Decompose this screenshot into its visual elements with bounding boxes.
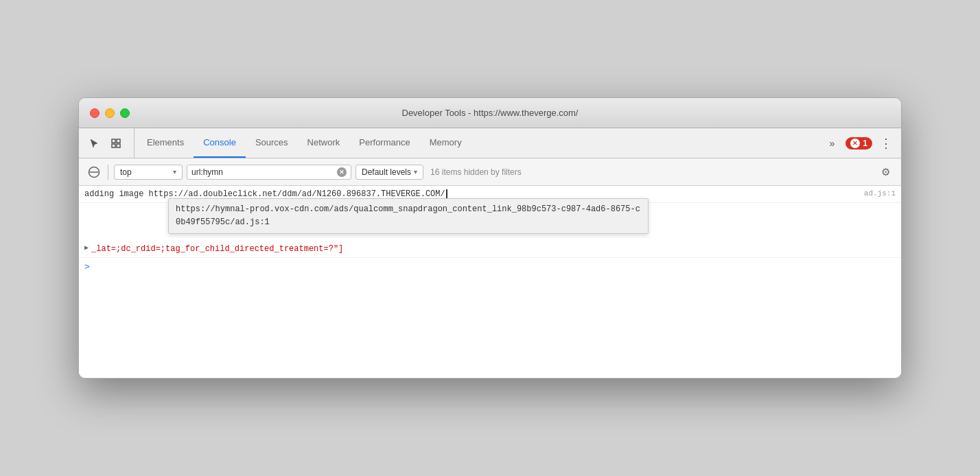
kebab-menu-button[interactable]: ⋮ bbox=[876, 134, 896, 153]
expand-arrow-icon[interactable]: ▶ bbox=[84, 243, 89, 253]
error-badge[interactable]: ✕ 1 bbox=[845, 137, 872, 150]
traffic-lights bbox=[90, 108, 130, 118]
tab-bar-icons bbox=[84, 128, 135, 158]
console-log-area-1: adding image https://ad.doubleclick.net/… bbox=[79, 186, 901, 203]
log-levels-button[interactable]: Default levels ▾ bbox=[355, 165, 423, 180]
cursor-icon-button[interactable] bbox=[84, 134, 104, 153]
tab-network[interactable]: Network bbox=[298, 128, 350, 158]
levels-arrow-icon: ▾ bbox=[414, 168, 417, 176]
filter-input[interactable] bbox=[191, 167, 334, 177]
svg-rect-0 bbox=[112, 139, 115, 143]
error-x-icon: ✕ bbox=[850, 139, 860, 148]
minimize-button[interactable] bbox=[105, 108, 115, 118]
tab-bar: Elements Console Sources Network Perform… bbox=[79, 128, 901, 158]
svg-rect-3 bbox=[117, 144, 120, 147]
tabs-container: Elements Console Sources Network Perform… bbox=[137, 128, 822, 158]
filter-clear-button[interactable]: ✕ bbox=[337, 167, 347, 177]
console-row-1-source: ad.js:1 bbox=[864, 188, 896, 200]
tooltip-popup: https://hymnal-prod.vox-cdn.com/ads/qual… bbox=[168, 198, 649, 234]
tab-performance[interactable]: Performance bbox=[349, 128, 419, 158]
tab-sources[interactable]: Sources bbox=[246, 128, 298, 158]
inspect-element-button[interactable] bbox=[106, 134, 126, 153]
console-row-2-content: _lat=;dc_rdid=;tag_for_child_directed_tr… bbox=[91, 243, 343, 255]
tab-bar-right: » ✕ 1 ⋮ bbox=[822, 128, 896, 158]
devtools-window: Developer Tools - https://www.theverge.c… bbox=[78, 97, 902, 379]
context-selector-arrow: ▾ bbox=[173, 168, 176, 176]
prompt-arrow-icon[interactable]: > bbox=[84, 262, 90, 272]
clear-console-button[interactable] bbox=[86, 164, 102, 180]
settings-button[interactable]: ⚙ bbox=[876, 163, 894, 181]
tab-console[interactable]: Console bbox=[194, 128, 246, 158]
console-toolbar: top ▾ ✕ Default levels ▾ 16 items hidden… bbox=[79, 158, 901, 186]
console-prompt-row: > bbox=[79, 258, 901, 276]
hidden-items-text: 16 items hidden by filters bbox=[430, 167, 522, 177]
tab-memory[interactable]: Memory bbox=[420, 128, 471, 158]
maximize-button[interactable] bbox=[120, 108, 130, 118]
filter-input-wrap: ✕ bbox=[187, 165, 351, 180]
context-selector[interactable]: top ▾ bbox=[114, 165, 183, 180]
more-tabs-button[interactable]: » bbox=[822, 134, 841, 153]
toolbar-divider-1 bbox=[108, 165, 108, 180]
console-content: adding image https://ad.doubleclick.net/… bbox=[79, 186, 901, 378]
window-title: Developer Tools - https://www.theverge.c… bbox=[402, 108, 579, 118]
svg-rect-1 bbox=[112, 144, 115, 147]
tab-elements[interactable]: Elements bbox=[137, 128, 194, 158]
svg-rect-2 bbox=[117, 139, 120, 143]
cursor-indicator bbox=[446, 189, 447, 198]
close-button[interactable] bbox=[90, 108, 100, 118]
title-bar: Developer Tools - https://www.theverge.c… bbox=[79, 98, 901, 128]
